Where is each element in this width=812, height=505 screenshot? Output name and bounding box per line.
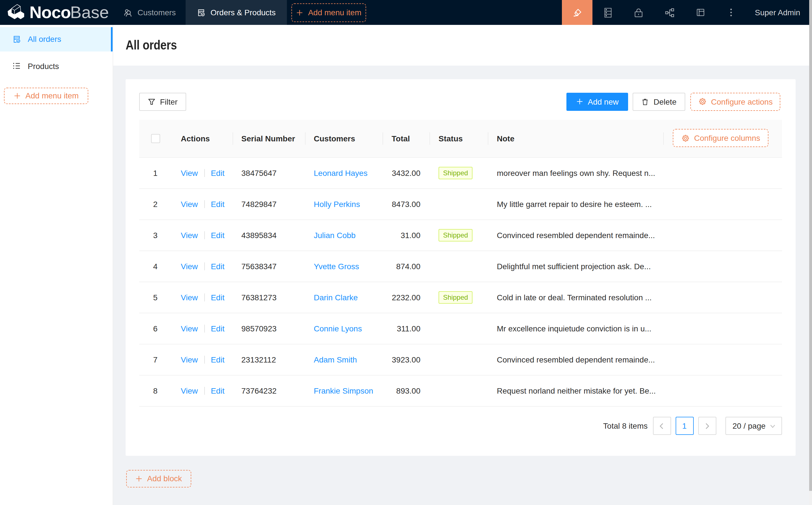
svg-text:Base: Base bbox=[70, 3, 109, 22]
svg-text:Noco: Noco bbox=[29, 3, 71, 22]
